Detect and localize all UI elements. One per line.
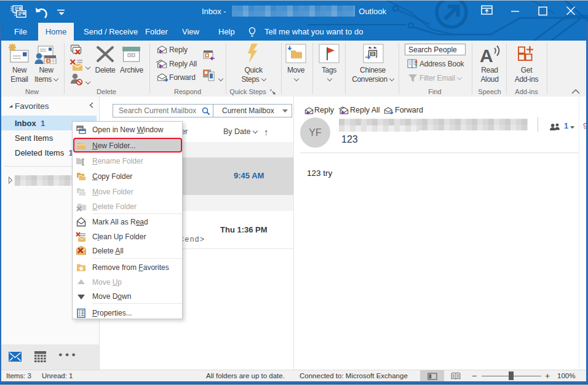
svg-text:A: A — [480, 46, 493, 64]
